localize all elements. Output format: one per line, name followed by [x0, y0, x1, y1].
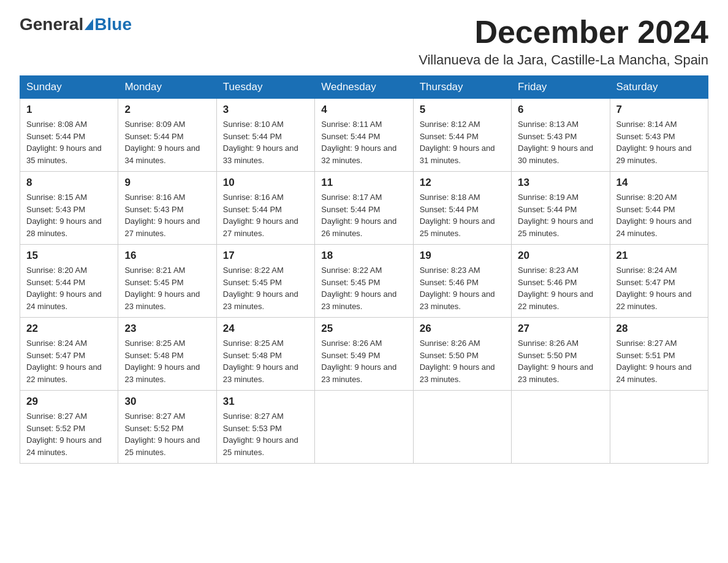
calendar-cell	[512, 391, 610, 464]
day-number: 5	[420, 104, 505, 116]
day-info: Sunrise: 8:16 AM Sunset: 5:44 PM Dayligh…	[223, 191, 308, 239]
day-number: 18	[321, 250, 406, 262]
logo-blue-text: Blue	[94, 15, 132, 34]
calendar-cell: 10 Sunrise: 8:16 AM Sunset: 5:44 PM Dayl…	[216, 172, 314, 245]
calendar-week-1: 1 Sunrise: 8:08 AM Sunset: 5:44 PM Dayli…	[20, 99, 708, 172]
day-info: Sunrise: 8:13 AM Sunset: 5:43 PM Dayligh…	[518, 118, 603, 166]
day-info: Sunrise: 8:26 AM Sunset: 5:49 PM Dayligh…	[321, 337, 406, 385]
header-tuesday: Tuesday	[216, 76, 314, 99]
month-title: December 2024	[419, 15, 708, 50]
calendar-cell: 29 Sunrise: 8:27 AM Sunset: 5:52 PM Dayl…	[20, 391, 118, 464]
calendar-cell: 24 Sunrise: 8:25 AM Sunset: 5:48 PM Dayl…	[216, 318, 314, 391]
day-info: Sunrise: 8:10 AM Sunset: 5:44 PM Dayligh…	[223, 118, 308, 166]
calendar-cell: 12 Sunrise: 8:18 AM Sunset: 5:44 PM Dayl…	[413, 172, 511, 245]
logo-triangle-icon	[85, 19, 93, 30]
day-number: 14	[616, 177, 702, 189]
day-number: 13	[518, 177, 603, 189]
day-info: Sunrise: 8:25 AM Sunset: 5:48 PM Dayligh…	[223, 337, 308, 385]
day-info: Sunrise: 8:20 AM Sunset: 5:44 PM Dayligh…	[616, 191, 702, 239]
day-info: Sunrise: 8:16 AM Sunset: 5:43 PM Dayligh…	[124, 191, 210, 239]
day-number: 1	[26, 104, 112, 116]
calendar-cell: 11 Sunrise: 8:17 AM Sunset: 5:44 PM Dayl…	[315, 172, 413, 245]
calendar-cell: 15 Sunrise: 8:20 AM Sunset: 5:44 PM Dayl…	[20, 245, 118, 318]
calendar-cell: 6 Sunrise: 8:13 AM Sunset: 5:43 PM Dayli…	[512, 99, 610, 172]
title-block: December 2024 Villanueva de la Jara, Cas…	[419, 15, 708, 68]
day-info: Sunrise: 8:21 AM Sunset: 5:45 PM Dayligh…	[124, 264, 210, 312]
day-info: Sunrise: 8:23 AM Sunset: 5:46 PM Dayligh…	[420, 264, 505, 312]
calendar-week-3: 15 Sunrise: 8:20 AM Sunset: 5:44 PM Dayl…	[20, 245, 708, 318]
day-info: Sunrise: 8:22 AM Sunset: 5:45 PM Dayligh…	[321, 264, 406, 312]
day-number: 20	[518, 250, 603, 262]
day-info: Sunrise: 8:26 AM Sunset: 5:50 PM Dayligh…	[518, 337, 603, 385]
header-wednesday: Wednesday	[315, 76, 413, 99]
day-number: 27	[518, 323, 603, 335]
calendar-cell: 30 Sunrise: 8:27 AM Sunset: 5:52 PM Dayl…	[118, 391, 216, 464]
day-number: 30	[124, 396, 210, 408]
calendar-cell: 2 Sunrise: 8:09 AM Sunset: 5:44 PM Dayli…	[118, 99, 216, 172]
day-info: Sunrise: 8:27 AM Sunset: 5:52 PM Dayligh…	[124, 410, 210, 458]
calendar-cell: 13 Sunrise: 8:19 AM Sunset: 5:44 PM Dayl…	[512, 172, 610, 245]
calendar-cell: 21 Sunrise: 8:24 AM Sunset: 5:47 PM Dayl…	[610, 245, 708, 318]
calendar-cell: 19 Sunrise: 8:23 AM Sunset: 5:46 PM Dayl…	[413, 245, 511, 318]
calendar-cell: 3 Sunrise: 8:10 AM Sunset: 5:44 PM Dayli…	[216, 99, 314, 172]
calendar-header-row: SundayMondayTuesdayWednesdayThursdayFrid…	[20, 76, 708, 99]
logo: General Blue	[20, 15, 132, 34]
day-number: 7	[616, 104, 702, 116]
day-number: 21	[616, 250, 702, 262]
calendar-cell	[413, 391, 511, 464]
calendar-cell: 1 Sunrise: 8:08 AM Sunset: 5:44 PM Dayli…	[20, 99, 118, 172]
calendar-cell: 9 Sunrise: 8:16 AM Sunset: 5:43 PM Dayli…	[118, 172, 216, 245]
day-number: 9	[124, 177, 210, 189]
day-info: Sunrise: 8:27 AM Sunset: 5:51 PM Dayligh…	[616, 337, 702, 385]
calendar-cell: 8 Sunrise: 8:15 AM Sunset: 5:43 PM Dayli…	[20, 172, 118, 245]
day-number: 15	[26, 250, 112, 262]
day-number: 4	[321, 104, 406, 116]
day-number: 11	[321, 177, 406, 189]
calendar-cell: 23 Sunrise: 8:25 AM Sunset: 5:48 PM Dayl…	[118, 318, 216, 391]
header-saturday: Saturday	[610, 76, 708, 99]
calendar-cell	[315, 391, 413, 464]
calendar-cell: 22 Sunrise: 8:24 AM Sunset: 5:47 PM Dayl…	[20, 318, 118, 391]
day-info: Sunrise: 8:12 AM Sunset: 5:44 PM Dayligh…	[420, 118, 505, 166]
calendar-cell: 25 Sunrise: 8:26 AM Sunset: 5:49 PM Dayl…	[315, 318, 413, 391]
day-number: 3	[223, 104, 308, 116]
day-info: Sunrise: 8:11 AM Sunset: 5:44 PM Dayligh…	[321, 118, 406, 166]
day-info: Sunrise: 8:15 AM Sunset: 5:43 PM Dayligh…	[26, 191, 112, 239]
day-number: 2	[124, 104, 210, 116]
day-info: Sunrise: 8:23 AM Sunset: 5:46 PM Dayligh…	[518, 264, 603, 312]
day-number: 26	[420, 323, 505, 335]
day-info: Sunrise: 8:17 AM Sunset: 5:44 PM Dayligh…	[321, 191, 406, 239]
logo-general-text: General	[20, 15, 83, 34]
day-number: 17	[223, 250, 308, 262]
header-monday: Monday	[118, 76, 216, 99]
calendar-week-4: 22 Sunrise: 8:24 AM Sunset: 5:47 PM Dayl…	[20, 318, 708, 391]
day-number: 10	[223, 177, 308, 189]
day-number: 25	[321, 323, 406, 335]
calendar-week-2: 8 Sunrise: 8:15 AM Sunset: 5:43 PM Dayli…	[20, 172, 708, 245]
day-number: 16	[124, 250, 210, 262]
day-number: 6	[518, 104, 603, 116]
day-info: Sunrise: 8:27 AM Sunset: 5:52 PM Dayligh…	[26, 410, 112, 458]
calendar-week-5: 29 Sunrise: 8:27 AM Sunset: 5:52 PM Dayl…	[20, 391, 708, 464]
day-info: Sunrise: 8:08 AM Sunset: 5:44 PM Dayligh…	[26, 118, 112, 166]
day-number: 22	[26, 323, 112, 335]
header-sunday: Sunday	[20, 76, 118, 99]
day-number: 12	[420, 177, 505, 189]
calendar-cell: 27 Sunrise: 8:26 AM Sunset: 5:50 PM Dayl…	[512, 318, 610, 391]
calendar-table: SundayMondayTuesdayWednesdayThursdayFrid…	[20, 75, 708, 464]
day-info: Sunrise: 8:20 AM Sunset: 5:44 PM Dayligh…	[26, 264, 112, 312]
header-thursday: Thursday	[413, 76, 511, 99]
day-number: 31	[223, 396, 308, 408]
day-info: Sunrise: 8:24 AM Sunset: 5:47 PM Dayligh…	[26, 337, 112, 385]
calendar-cell: 28 Sunrise: 8:27 AM Sunset: 5:51 PM Dayl…	[610, 318, 708, 391]
calendar-cell: 14 Sunrise: 8:20 AM Sunset: 5:44 PM Dayl…	[610, 172, 708, 245]
calendar-cell: 31 Sunrise: 8:27 AM Sunset: 5:53 PM Dayl…	[216, 391, 314, 464]
calendar-cell: 5 Sunrise: 8:12 AM Sunset: 5:44 PM Dayli…	[413, 99, 511, 172]
day-info: Sunrise: 8:14 AM Sunset: 5:43 PM Dayligh…	[616, 118, 702, 166]
calendar-cell: 7 Sunrise: 8:14 AM Sunset: 5:43 PM Dayli…	[610, 99, 708, 172]
header-friday: Friday	[512, 76, 610, 99]
day-number: 19	[420, 250, 505, 262]
day-number: 29	[26, 396, 112, 408]
day-info: Sunrise: 8:27 AM Sunset: 5:53 PM Dayligh…	[223, 410, 308, 458]
day-info: Sunrise: 8:22 AM Sunset: 5:45 PM Dayligh…	[223, 264, 308, 312]
